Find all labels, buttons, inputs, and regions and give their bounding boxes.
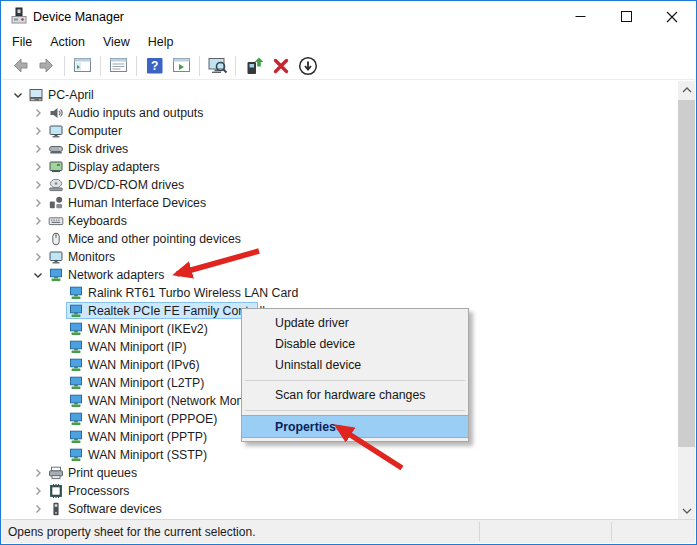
scrollbar-thumb[interactable] [678, 100, 695, 447]
toolbar-separator [136, 56, 137, 76]
tree-item[interactable]: Processors [2, 482, 678, 500]
software-device-icon [48, 501, 64, 517]
menu-bar: FileActionViewHelp [2, 31, 695, 53]
tree-item[interactable]: Human Interface Devices [2, 194, 678, 212]
status-divider [611, 522, 612, 541]
network-adapter-icon [68, 357, 84, 373]
tree-item[interactable]: PC-April [2, 86, 678, 104]
tree-item-label[interactable]: PC-April [48, 88, 94, 102]
tree-item[interactable]: Keyboards [2, 212, 678, 230]
context-menu-item-update-driver[interactable]: Update driver [244, 313, 466, 334]
tree-item-label[interactable]: WAN Miniport (SSTP) [88, 448, 207, 462]
network-adapter-icon [68, 429, 84, 445]
network-adapter-icon [68, 393, 84, 409]
menu-item-action[interactable]: Action [41, 32, 94, 52]
tree-item-label[interactable]: Monitors [68, 250, 115, 264]
forward-icon[interactable] [34, 54, 59, 78]
network-adapter-icon [68, 375, 84, 391]
tree-item-label[interactable]: Network adapters [68, 268, 164, 282]
console-tree-icon[interactable] [70, 54, 95, 78]
context-menu-item-disable-device[interactable]: Disable device [244, 334, 466, 355]
chevron-collapsed-icon[interactable] [30, 213, 46, 229]
minimize-button[interactable] [557, 2, 603, 31]
tree-item-label[interactable]: Display adapters [68, 160, 160, 174]
properties-dialog-icon[interactable] [106, 54, 131, 78]
context-menu-item-properties[interactable]: Properties [242, 415, 468, 438]
tree-item[interactable]: WAN Miniport (SSTP) [2, 446, 678, 464]
context-menu-separator [245, 380, 465, 381]
window-controls [557, 2, 695, 31]
tree-item[interactable]: DVD/CD-ROM drives [2, 176, 678, 194]
chevron-collapsed-icon[interactable] [30, 159, 46, 175]
tree-item-label[interactable]: WAN Miniport (PPPOE) [88, 412, 217, 426]
chevron-collapsed-icon[interactable] [30, 465, 46, 481]
context-menu-item-uninstall-device[interactable]: Uninstall device [244, 355, 466, 376]
tree-item[interactable]: Audio inputs and outputs [2, 104, 678, 122]
network-adapter-icon [68, 285, 84, 301]
back-icon[interactable] [7, 54, 32, 78]
chevron-collapsed-icon[interactable] [30, 249, 46, 265]
tree-item[interactable]: Software devices [2, 500, 678, 518]
tree-item-label[interactable]: Human Interface Devices [68, 196, 206, 210]
chevron-collapsed-icon[interactable] [30, 231, 46, 247]
scan-computer-icon[interactable] [205, 54, 230, 78]
tree-item[interactable]: Monitors [2, 248, 678, 266]
tree-item-label[interactable]: WAN Miniport (IKEv2) [88, 322, 208, 336]
toolbar: ? [2, 53, 695, 80]
vertical-scrollbar[interactable] [678, 81, 695, 519]
tree-item[interactable]: Computer [2, 122, 678, 140]
menu-item-file[interactable]: File [3, 32, 41, 52]
uninstall-device-icon[interactable] [268, 54, 293, 78]
help-icon[interactable]: ? [142, 54, 167, 78]
tree-item-label[interactable]: WAN Miniport (IPv6) [88, 358, 200, 372]
scroll-down-button[interactable] [678, 502, 695, 519]
chevron-up-icon [682, 87, 692, 93]
tree-item-label[interactable]: Print queues [68, 466, 137, 480]
toolbar-separator [64, 56, 65, 76]
tree-item-label[interactable]: DVD/CD-ROM drives [68, 178, 184, 192]
title-bar: Device Manager [2, 2, 695, 31]
tree-item[interactable]: Network adapters [2, 266, 678, 284]
tree-item-label[interactable]: Keyboards [68, 214, 127, 228]
tree-item-label[interactable]: WAN Miniport (L2TP) [88, 376, 204, 390]
hid-icon [48, 195, 64, 211]
update-driver-icon[interactable] [241, 54, 266, 78]
tree-item-label[interactable]: Audio inputs and outputs [68, 106, 203, 120]
action-pane-icon[interactable] [169, 54, 194, 78]
tree-item-label[interactable]: WAN Miniport (IP) [88, 340, 187, 354]
tree-item[interactable]: Ralink RT61 Turbo Wireless LAN Card [2, 284, 678, 302]
chevron-collapsed-icon[interactable] [30, 483, 46, 499]
tree-item-label[interactable]: Processors [68, 484, 130, 498]
tree-item-label[interactable]: Disk drives [68, 142, 128, 156]
toolbar-separator [100, 56, 101, 76]
tree-item[interactable]: Print queues [2, 464, 678, 482]
chevron-collapsed-icon[interactable] [30, 195, 46, 211]
tree-item[interactable]: Mice and other pointing devices [2, 230, 678, 248]
chevron-collapsed-icon[interactable] [30, 141, 46, 157]
tree-item-label[interactable]: WAN Miniport (PPTP) [88, 430, 207, 444]
menu-item-help[interactable]: Help [139, 32, 183, 52]
maximize-button[interactable] [603, 2, 649, 31]
tree-item-label[interactable]: Ralink RT61 Turbo Wireless LAN Card [88, 286, 298, 300]
tree-item-label[interactable]: Mice and other pointing devices [68, 232, 241, 246]
tree-item[interactable]: Disk drives [2, 140, 678, 158]
chevron-collapsed-icon[interactable] [30, 177, 46, 193]
chevron-collapsed-icon[interactable] [30, 105, 46, 121]
mouse-icon [48, 231, 64, 247]
chevron-collapsed-icon[interactable] [30, 501, 46, 517]
scroll-up-button[interactable] [678, 81, 695, 98]
close-button[interactable] [649, 2, 695, 31]
tree-item-label[interactable]: Computer [68, 124, 122, 138]
chevron-collapsed-icon[interactable] [30, 123, 46, 139]
menu-item-view[interactable]: View [94, 32, 139, 52]
maximize-icon [621, 11, 632, 22]
tree-item-label[interactable]: WAN Miniport (Network Monitor) [88, 394, 265, 408]
chevron-expanded-icon[interactable] [10, 87, 26, 103]
chevron-expanded-icon[interactable] [30, 267, 46, 283]
context-menu-item-scan-for-hardware-changes[interactable]: Scan for hardware changes [244, 385, 466, 406]
disable-device-icon[interactable] [295, 54, 320, 78]
tree-item-label[interactable]: Software devices [68, 502, 162, 516]
pc-icon [28, 87, 44, 103]
tree-item[interactable]: Display adapters [2, 158, 678, 176]
status-divider [479, 522, 480, 541]
